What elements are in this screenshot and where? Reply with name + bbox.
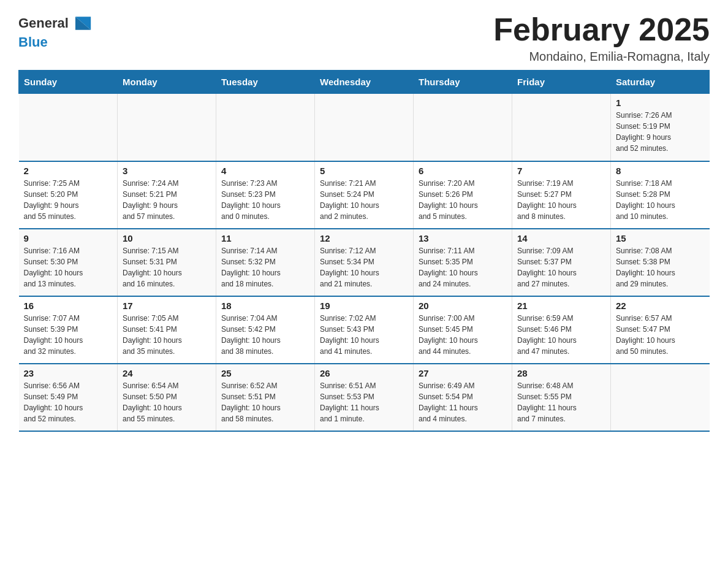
header-sunday: Sunday	[19, 71, 118, 94]
title-block: February 2025 Mondaino, Emilia-Romagna, …	[493, 12, 710, 64]
day-cell: 1Sunrise: 7:26 AM Sunset: 5:19 PM Daylig…	[611, 94, 710, 161]
logo-blue-text: Blue	[18, 34, 48, 50]
header-monday: Monday	[118, 71, 216, 94]
logo: General Blue	[18, 12, 92, 50]
day-number: 13	[419, 233, 507, 243]
day-info: Sunrise: 6:48 AM Sunset: 5:55 PM Dayligh…	[517, 380, 605, 424]
day-cell: 15Sunrise: 7:08 AM Sunset: 5:38 PM Dayli…	[611, 229, 710, 296]
calendar-table: SundayMondayTuesdayWednesdayThursdayFrid…	[18, 70, 710, 432]
header-friday: Friday	[512, 71, 611, 94]
day-number: 23	[24, 368, 113, 378]
day-number: 5	[320, 166, 408, 176]
day-cell: 5Sunrise: 7:21 AM Sunset: 5:24 PM Daylig…	[315, 161, 414, 229]
header-row: SundayMondayTuesdayWednesdayThursdayFrid…	[19, 71, 710, 94]
day-info: Sunrise: 7:24 AM Sunset: 5:21 PM Dayligh…	[123, 178, 211, 222]
logo-triangle-icon	[70, 12, 92, 34]
day-number: 24	[123, 368, 211, 378]
day-number: 15	[616, 233, 705, 243]
week-row-1: 1Sunrise: 7:26 AM Sunset: 5:19 PM Daylig…	[19, 94, 710, 161]
day-cell	[315, 94, 414, 161]
month-title: February 2025	[493, 12, 710, 47]
day-info: Sunrise: 7:23 AM Sunset: 5:23 PM Dayligh…	[221, 178, 309, 222]
day-info: Sunrise: 7:00 AM Sunset: 5:45 PM Dayligh…	[419, 313, 507, 357]
day-info: Sunrise: 7:14 AM Sunset: 5:32 PM Dayligh…	[221, 245, 309, 289]
day-cell: 14Sunrise: 7:09 AM Sunset: 5:37 PM Dayli…	[512, 229, 611, 296]
day-cell: 2Sunrise: 7:25 AM Sunset: 5:20 PM Daylig…	[19, 161, 118, 229]
day-info: Sunrise: 7:04 AM Sunset: 5:42 PM Dayligh…	[221, 313, 309, 357]
day-number: 22	[616, 301, 705, 311]
day-info: Sunrise: 7:25 AM Sunset: 5:20 PM Dayligh…	[24, 178, 113, 222]
day-cell: 17Sunrise: 7:05 AM Sunset: 5:41 PM Dayli…	[118, 296, 216, 364]
day-cell: 16Sunrise: 7:07 AM Sunset: 5:39 PM Dayli…	[19, 296, 118, 364]
day-cell: 8Sunrise: 7:18 AM Sunset: 5:28 PM Daylig…	[611, 161, 710, 229]
day-number: 19	[320, 301, 408, 311]
day-cell: 3Sunrise: 7:24 AM Sunset: 5:21 PM Daylig…	[118, 161, 216, 229]
day-number: 28	[517, 368, 605, 378]
day-number: 26	[320, 368, 408, 378]
day-info: Sunrise: 7:09 AM Sunset: 5:37 PM Dayligh…	[517, 245, 605, 289]
day-info: Sunrise: 7:19 AM Sunset: 5:27 PM Dayligh…	[517, 178, 605, 222]
day-info: Sunrise: 7:26 AM Sunset: 5:19 PM Dayligh…	[616, 110, 705, 154]
day-number: 18	[221, 301, 309, 311]
day-cell: 27Sunrise: 6:49 AM Sunset: 5:54 PM Dayli…	[414, 364, 512, 431]
day-info: Sunrise: 6:54 AM Sunset: 5:50 PM Dayligh…	[123, 380, 211, 424]
day-info: Sunrise: 6:49 AM Sunset: 5:54 PM Dayligh…	[419, 380, 507, 424]
week-row-2: 2Sunrise: 7:25 AM Sunset: 5:20 PM Daylig…	[19, 161, 710, 229]
day-cell: 4Sunrise: 7:23 AM Sunset: 5:23 PM Daylig…	[216, 161, 315, 229]
day-cell: 9Sunrise: 7:16 AM Sunset: 5:30 PM Daylig…	[19, 229, 118, 296]
day-info: Sunrise: 7:15 AM Sunset: 5:31 PM Dayligh…	[123, 245, 211, 289]
day-cell: 6Sunrise: 7:20 AM Sunset: 5:26 PM Daylig…	[414, 161, 512, 229]
day-cell: 26Sunrise: 6:51 AM Sunset: 5:53 PM Dayli…	[315, 364, 414, 431]
day-number: 4	[221, 166, 309, 176]
day-cell: 12Sunrise: 7:12 AM Sunset: 5:34 PM Dayli…	[315, 229, 414, 296]
week-row-4: 16Sunrise: 7:07 AM Sunset: 5:39 PM Dayli…	[19, 296, 710, 364]
day-info: Sunrise: 6:51 AM Sunset: 5:53 PM Dayligh…	[320, 380, 408, 424]
day-number: 25	[221, 368, 309, 378]
day-number: 12	[320, 233, 408, 243]
day-cell	[19, 94, 118, 161]
calendar-header: SundayMondayTuesdayWednesdayThursdayFrid…	[19, 71, 710, 94]
day-number: 16	[24, 301, 113, 311]
day-cell	[118, 94, 216, 161]
day-cell: 11Sunrise: 7:14 AM Sunset: 5:32 PM Dayli…	[216, 229, 315, 296]
day-cell: 25Sunrise: 6:52 AM Sunset: 5:51 PM Dayli…	[216, 364, 315, 431]
day-cell: 23Sunrise: 6:56 AM Sunset: 5:49 PM Dayli…	[19, 364, 118, 431]
page-header: General Blue February 2025 Mondaino, Emi…	[18, 12, 710, 64]
day-info: Sunrise: 7:07 AM Sunset: 5:39 PM Dayligh…	[24, 313, 113, 357]
day-number: 7	[517, 166, 605, 176]
day-cell: 24Sunrise: 6:54 AM Sunset: 5:50 PM Dayli…	[118, 364, 216, 431]
day-number: 11	[221, 233, 309, 243]
day-cell: 7Sunrise: 7:19 AM Sunset: 5:27 PM Daylig…	[512, 161, 611, 229]
header-wednesday: Wednesday	[315, 71, 414, 94]
day-cell: 10Sunrise: 7:15 AM Sunset: 5:31 PM Dayli…	[118, 229, 216, 296]
day-cell: 22Sunrise: 6:57 AM Sunset: 5:47 PM Dayli…	[611, 296, 710, 364]
week-row-3: 9Sunrise: 7:16 AM Sunset: 5:30 PM Daylig…	[19, 229, 710, 296]
calendar-body: 1Sunrise: 7:26 AM Sunset: 5:19 PM Daylig…	[19, 94, 710, 431]
day-cell	[512, 94, 611, 161]
day-info: Sunrise: 6:57 AM Sunset: 5:47 PM Dayligh…	[616, 313, 705, 357]
day-info: Sunrise: 7:08 AM Sunset: 5:38 PM Dayligh…	[616, 245, 705, 289]
day-cell: 18Sunrise: 7:04 AM Sunset: 5:42 PM Dayli…	[216, 296, 315, 364]
day-info: Sunrise: 6:59 AM Sunset: 5:46 PM Dayligh…	[517, 313, 605, 357]
day-info: Sunrise: 7:16 AM Sunset: 5:30 PM Dayligh…	[24, 245, 113, 289]
header-tuesday: Tuesday	[216, 71, 315, 94]
day-number: 6	[419, 166, 507, 176]
day-number: 17	[123, 301, 211, 311]
day-number: 14	[517, 233, 605, 243]
day-info: Sunrise: 6:56 AM Sunset: 5:49 PM Dayligh…	[24, 380, 113, 424]
day-number: 27	[419, 368, 507, 378]
day-info: Sunrise: 6:52 AM Sunset: 5:51 PM Dayligh…	[221, 380, 309, 424]
day-info: Sunrise: 7:21 AM Sunset: 5:24 PM Dayligh…	[320, 178, 408, 222]
location-text: Mondaino, Emilia-Romagna, Italy	[493, 50, 710, 64]
day-number: 3	[123, 166, 211, 176]
day-cell: 13Sunrise: 7:11 AM Sunset: 5:35 PM Dayli…	[414, 229, 512, 296]
day-cell	[611, 364, 710, 431]
day-info: Sunrise: 7:11 AM Sunset: 5:35 PM Dayligh…	[419, 245, 507, 289]
day-number: 9	[24, 233, 113, 243]
day-number: 21	[517, 301, 605, 311]
day-number: 10	[123, 233, 211, 243]
day-info: Sunrise: 7:20 AM Sunset: 5:26 PM Dayligh…	[419, 178, 507, 222]
day-number: 2	[24, 166, 113, 176]
day-cell: 20Sunrise: 7:00 AM Sunset: 5:45 PM Dayli…	[414, 296, 512, 364]
header-saturday: Saturday	[611, 71, 710, 94]
